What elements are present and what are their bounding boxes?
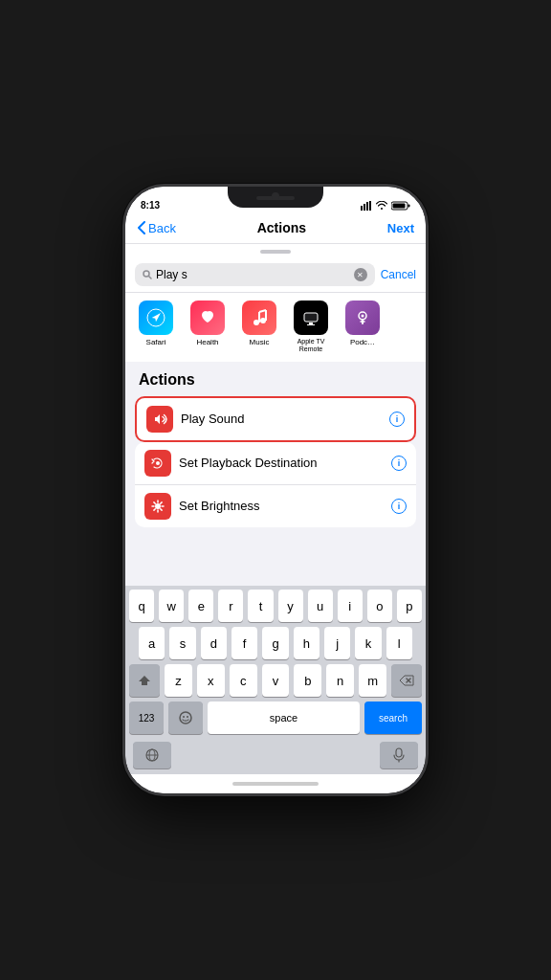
appletv-label: Apple TVRemote [298,338,325,354]
svg-rect-44 [396,748,402,757]
svg-marker-35 [139,676,150,685]
app-item-safari[interactable]: Safari [135,301,177,354]
search-cancel-button[interactable]: Cancel [381,268,416,281]
svg-rect-18 [307,324,315,325]
key-c[interactable]: c [230,664,257,697]
apps-row: Safari Health [125,293,426,362]
keyboard-extras-row [129,738,422,774]
keyboard-row-bottom: 123 space search [129,702,422,738]
svg-rect-5 [408,204,410,207]
key-d[interactable]: d [201,627,227,659]
keyboard-spacer [171,742,380,768]
key-t[interactable]: t [248,590,273,622]
back-button[interactable]: Back [137,221,176,235]
nav-title: Actions [257,220,306,235]
svg-point-39 [183,716,185,718]
svg-point-40 [187,716,188,718]
key-q[interactable]: q [129,590,154,622]
play-sound-info-button[interactable]: i [389,412,405,427]
content-area: Actions Play Sound i [125,362,426,586]
podcast-icon [345,301,380,335]
svg-rect-0 [361,206,363,211]
signal-icon [361,201,372,211]
svg-rect-3 [369,201,371,211]
keyboard: q w e r t y u i o p a s d f g h j k [125,586,426,774]
svg-line-14 [259,310,266,312]
key-globe[interactable] [133,742,171,768]
key-shift[interactable] [129,664,160,697]
key-v[interactable]: v [262,664,290,697]
status-icons [361,201,410,211]
key-u[interactable]: u [308,590,333,622]
notch [228,187,323,208]
keyboard-row-2: a s d f g h j k l [129,627,422,659]
safari-icon [139,301,173,335]
key-m[interactable]: m [359,664,386,697]
key-a[interactable]: a [139,627,165,659]
key-o[interactable]: o [367,590,392,622]
app-item-appletv[interactable]: Apple TVRemote [290,301,332,354]
search-icon [143,270,152,279]
key-i[interactable]: i [338,590,363,622]
action-row-play-sound[interactable]: Play Sound i [135,396,416,442]
key-n[interactable]: n [326,664,354,697]
key-x[interactable]: x [197,664,225,697]
set-playback-info-button[interactable]: i [391,456,407,471]
home-bar [232,782,319,786]
key-p[interactable]: p [397,590,422,622]
search-clear-button[interactable]: ✕ [354,268,367,281]
key-f[interactable]: f [231,627,257,659]
key-k[interactable]: k [355,627,381,659]
key-h[interactable]: h [294,627,320,659]
section-title: Actions [125,362,426,392]
music-label: Music [250,338,270,347]
svg-rect-6 [393,203,406,208]
status-time: 8:13 [141,200,160,211]
key-w[interactable]: w [159,590,184,622]
svg-point-20 [362,315,364,318]
key-y[interactable]: y [278,590,303,622]
app-item-health[interactable]: Health [187,301,229,354]
key-g[interactable]: g [262,627,288,659]
next-button[interactable]: Next [387,221,414,235]
svg-line-31 [154,502,155,503]
svg-line-33 [161,502,162,503]
svg-point-26 [155,503,161,509]
svg-rect-1 [364,204,365,211]
svg-line-32 [161,508,162,509]
phone-screen: 8:13 [125,187,426,793]
set-brightness-label: Set Brightness [179,499,384,513]
key-mic[interactable] [380,742,418,768]
key-123[interactable]: 123 [129,702,164,734]
search-input-wrapper[interactable]: Play s ✕ [135,263,375,286]
key-delete[interactable] [391,664,422,697]
key-z[interactable]: z [165,664,192,697]
svg-rect-17 [309,323,313,324]
key-s[interactable]: s [169,627,195,659]
key-b[interactable]: b [294,664,321,697]
key-space[interactable]: space [208,702,360,734]
svg-point-25 [156,461,160,465]
key-r[interactable]: r [218,590,243,622]
app-item-podcast[interactable]: Podc… [342,301,384,354]
svg-point-38 [180,712,191,724]
search-input[interactable]: Play s [156,268,350,281]
set-playback-label: Set Playback Destination [179,456,384,470]
battery-icon [391,201,410,211]
key-emoji[interactable] [168,702,203,734]
key-l[interactable]: l [386,627,412,659]
nav-bar: Back Actions Next [125,214,426,244]
set-brightness-info-button[interactable]: i [391,499,407,514]
action-row-set-playback[interactable]: Set Playback Destination i [135,442,416,484]
app-item-music[interactable]: Music [238,301,280,354]
svg-rect-16 [304,313,318,322]
action-row-set-brightness[interactable]: Set Brightness i [135,484,416,527]
phone-frame: 8:13 [122,184,429,796]
podcast-label: Podc… [350,338,375,347]
key-e[interactable]: e [188,590,213,622]
camera [272,192,279,200]
handle-bar [260,250,291,254]
key-j[interactable]: j [324,627,350,659]
key-search[interactable]: search [364,702,422,734]
svg-line-34 [154,508,155,509]
